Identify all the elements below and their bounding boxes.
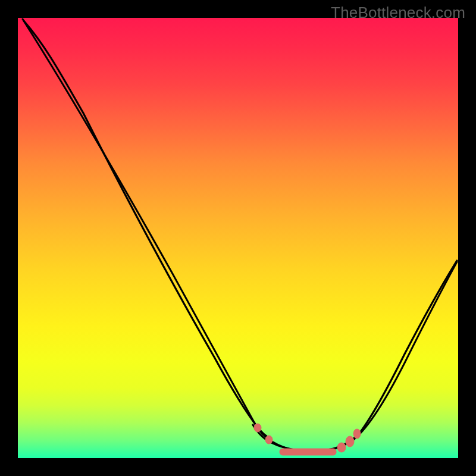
svg-rect-2 bbox=[280, 449, 336, 455]
svg-point-3 bbox=[337, 443, 346, 452]
curve-layer bbox=[18, 18, 458, 458]
svg-point-4 bbox=[346, 436, 354, 447]
optimal-marker-group bbox=[254, 424, 361, 455]
svg-point-0 bbox=[254, 424, 261, 432]
watermark-label: TheBottleneck.com bbox=[331, 4, 465, 22]
svg-point-1 bbox=[265, 436, 273, 444]
plot-area bbox=[18, 18, 458, 458]
chart-container: TheBottleneck.com bbox=[0, 0, 476, 476]
svg-point-5 bbox=[353, 429, 361, 439]
bottleneck-curve-smooth bbox=[23, 19, 457, 452]
